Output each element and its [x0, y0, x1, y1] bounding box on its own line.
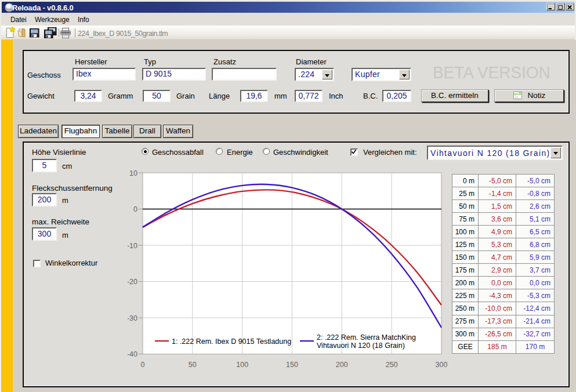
svg-text:0: 0	[133, 205, 137, 213]
svg-text:2: .222 Rem. Sierra MatchKing: 2: .222 Rem. Sierra MatchKing	[317, 333, 416, 342]
svg-text:1: .222 Rem. Ibex D 9015 Testl: 1: .222 Rem. Ibex D 9015 Testladung	[172, 337, 291, 346]
svg-text:-40: -40	[128, 350, 137, 358]
svg-text:-30: -30	[128, 314, 137, 322]
svg-text:200: 200	[336, 361, 348, 369]
svg-text:-10: -10	[128, 242, 137, 250]
svg-text:-20: -20	[128, 278, 137, 286]
svg-text:Vihtavuori N 120 (18 Grain): Vihtavuori N 120 (18 Grain)	[317, 342, 405, 350]
svg-text:10: 10	[129, 169, 137, 177]
svg-text:250: 250	[386, 361, 398, 369]
svg-text:300: 300	[436, 361, 448, 369]
svg-text:50: 50	[189, 361, 197, 369]
svg-text:0: 0	[141, 361, 145, 369]
svg-text:100: 100	[236, 361, 248, 369]
svg-text:150: 150	[286, 361, 298, 369]
